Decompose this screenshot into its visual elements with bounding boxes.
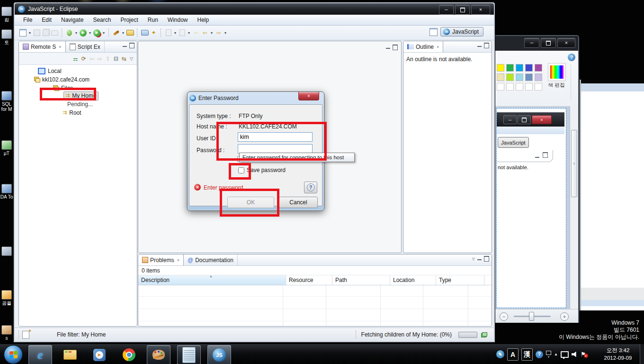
column-resource[interactable]: Resource — [286, 275, 332, 285]
menu-navigate[interactable]: Navigate — [56, 15, 88, 25]
color-swatch[interactable] — [516, 73, 523, 81]
cancel-button[interactable]: Cancel — [279, 197, 318, 208]
link-with-editor-icon[interactable]: ⇆ — [122, 55, 126, 62]
go-into-button[interactable] — [178, 28, 187, 38]
back-disabled-button[interactable]: ⇦ — [191, 28, 200, 38]
color-swatch[interactable] — [516, 64, 523, 72]
menu-project[interactable]: Project — [116, 15, 143, 25]
tab-script-explorer[interactable]: Script Ex — [66, 41, 105, 52]
tray-window-switcher[interactable]: ▾ — [546, 351, 551, 358]
debug-dropdown[interactable]: ▾ — [74, 31, 79, 35]
tray-help-icon[interactable]: ? — [536, 351, 543, 358]
taskbar-chrome[interactable] — [117, 346, 140, 364]
tree-item-local[interactable]: Local — [38, 67, 62, 75]
pasted-image-selection[interactable]: ─ × JavaScript not available. — [497, 109, 566, 308]
desktop-icon[interactable]: μT — [0, 140, 13, 156]
column-description[interactable]: Description ▲ — [138, 275, 286, 285]
search-button[interactable] — [112, 28, 121, 38]
tab-close-icon[interactable]: × — [437, 45, 439, 49]
help-button[interactable]: ? — [304, 182, 317, 193]
eclipse-titlebar[interactable]: JS JavaScript - Eclipse ─ × — [15, 3, 494, 15]
edit-colors-label[interactable]: 색 편집 — [544, 82, 569, 88]
view-maximize-icon[interactable] — [484, 43, 489, 48]
color-swatch[interactable] — [535, 73, 542, 81]
run-external-dropdown[interactable]: ▾ — [101, 31, 106, 35]
dialog-close-button[interactable]: × — [298, 92, 319, 100]
view-menu-icon[interactable]: ▽ — [472, 257, 475, 261]
new-connection-icon[interactable]: ⚎ — [73, 55, 78, 62]
run-external-button[interactable]: ▶ — [92, 28, 101, 38]
column-path[interactable]: Path — [332, 275, 390, 285]
zoom-slider-thumb[interactable] — [529, 312, 534, 321]
color-swatch-empty[interactable] — [506, 83, 514, 91]
menu-search[interactable]: Search — [88, 15, 116, 25]
back-icon[interactable]: ⇦ — [89, 55, 94, 62]
print-button[interactable] — [50, 28, 59, 38]
color-swatch[interactable] — [525, 64, 533, 72]
show-hidden-icons[interactable]: ▲ — [554, 352, 558, 356]
color-swatch-empty[interactable] — [497, 83, 504, 91]
view-maximize-icon[interactable] — [129, 43, 134, 48]
tab-close-icon[interactable]: × — [177, 258, 179, 263]
paint-scrollbar[interactable]: ≡ — [570, 106, 578, 309]
view-maximize-icon[interactable] — [484, 256, 489, 262]
close-button[interactable]: × — [471, 5, 490, 15]
taskbar-eclipse-js[interactable]: JS — [207, 345, 231, 364]
color-swatch[interactable] — [506, 64, 514, 72]
view-minimize-icon[interactable] — [477, 258, 482, 260]
taskbar-internet-explorer[interactable]: e — [28, 345, 52, 364]
tab-remote-systems[interactable]: Remote S × — [19, 41, 66, 52]
color-swatch[interactable] — [535, 64, 542, 72]
menu-edit[interactable]: Edit — [37, 15, 56, 25]
menu-file[interactable]: File — [18, 15, 37, 25]
maximize-button[interactable] — [455, 5, 470, 15]
paint-maximize-button[interactable] — [541, 38, 556, 48]
dialog-titlebar[interactable]: JS Enter Password — [189, 93, 239, 103]
tab-documentation[interactable]: @ Documentation — [184, 255, 238, 265]
view-maximize-icon[interactable] — [393, 45, 398, 50]
color-swatch-empty[interactable] — [516, 83, 523, 91]
new-wizard-button[interactable] — [18, 28, 27, 38]
desktop-icon[interactable]: 곰플 — [0, 290, 13, 306]
desktop-icon[interactable]: s — [0, 325, 13, 341]
tree-item-root[interactable]: ⇉Root — [63, 109, 81, 117]
filter-status-icon[interactable]: ✦ — [22, 331, 29, 339]
new-artifact-button[interactable]: ✦ — [149, 28, 158, 38]
tree-item-host[interactable]: kkl102.cafe24.com — [34, 75, 89, 83]
zoom-out-button[interactable]: − — [500, 312, 508, 321]
desktop-icon[interactable]: 토 — [0, 29, 13, 45]
view-menu-icon[interactable]: ▽ — [130, 56, 133, 61]
back-dropdown[interactable]: ▾ — [209, 31, 214, 35]
forward-button[interactable]: ⇨ — [214, 28, 223, 38]
action-center-flag[interactable]: ⚑✕ — [581, 351, 586, 358]
edit-colors-button[interactable] — [548, 63, 566, 81]
taskbar-notepad[interactable] — [177, 345, 201, 364]
scrollbar-thumb[interactable]: ≡ — [571, 130, 577, 197]
desktop-icon[interactable]: 컴 — [0, 7, 13, 22]
forward-dropdown[interactable]: ▾ — [223, 31, 228, 35]
new-connection-button[interactable] — [140, 28, 149, 38]
view-minimize-icon[interactable] — [477, 45, 482, 47]
taskbar-explorer[interactable] — [59, 346, 81, 364]
tab-outline[interactable]: Outline × — [403, 41, 443, 52]
paint-close-button[interactable]: × — [557, 38, 575, 48]
menu-help[interactable]: Help — [193, 15, 214, 25]
paint-canvas[interactable]: ─ × JavaScript not available. ≡ — [494, 106, 578, 309]
color-swatch[interactable] — [497, 73, 504, 81]
volume-icon[interactable] — [572, 352, 578, 357]
taskbar-clock[interactable]: 오전 3:42 2012-09-09 — [598, 346, 638, 362]
new-wizard-dropdown[interactable]: ▾ — [27, 31, 32, 35]
color-swatch[interactable] — [525, 73, 533, 81]
ime-mode-hanja[interactable]: 漢 — [521, 348, 533, 361]
color-swatch[interactable] — [497, 64, 504, 72]
minimize-button[interactable]: ─ — [439, 5, 454, 15]
paint-help-icon[interactable]: ? — [568, 54, 575, 61]
forward-icon[interactable]: ⇨ — [98, 55, 102, 62]
column-type[interactable]: Type — [436, 275, 484, 285]
view-minimize-icon[interactable] — [123, 45, 127, 47]
progress-view-icon[interactable] — [481, 332, 487, 337]
color-swatch-empty[interactable] — [525, 83, 533, 91]
up-icon[interactable]: ⇧ — [106, 55, 110, 62]
run-button[interactable]: ▶ — [79, 28, 88, 38]
refresh-icon[interactable]: ⟳ — [81, 55, 86, 62]
